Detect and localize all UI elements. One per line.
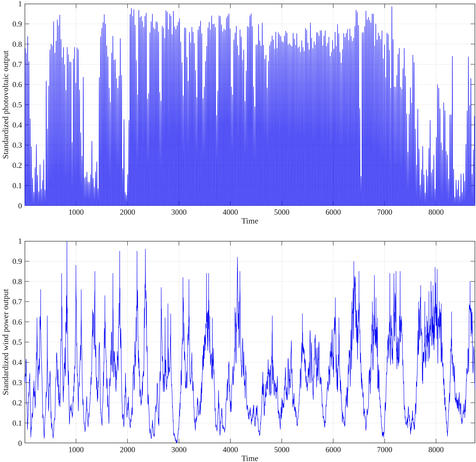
x-tick-label: 1000 — [68, 208, 84, 216]
y-tick-label: 0.8 — [0, 277, 22, 286]
y-tick-label: 0.9 — [0, 19, 22, 28]
y-tick-label: 0 — [0, 201, 22, 210]
x-tick-label: 5000 — [274, 445, 289, 454]
y-tick-label: 0.7 — [0, 297, 22, 306]
photovoltaic-series-line — [25, 7, 475, 206]
y-tick-label: 0.6 — [0, 317, 22, 326]
y-tick-label: 1 — [0, 0, 22, 8]
y-tick-label: 1 — [0, 237, 22, 246]
y-tick-label: 0.3 — [0, 378, 22, 387]
y-tick-label: 0.5 — [0, 100, 22, 109]
y-tick-label: 0.2 — [0, 161, 22, 170]
y-tick-label: 0.3 — [0, 141, 22, 150]
pv-plot-area — [25, 4, 475, 206]
y-tick-label: 0.5 — [0, 338, 22, 347]
x-tick-label: 6000 — [325, 445, 341, 454]
x-tick-label: 2000 — [120, 208, 135, 216]
x-tick-label: 1000 — [68, 445, 84, 454]
figure: Standardized photovoltaic output Time 10… — [0, 0, 476, 462]
x-tick-label: 3000 — [171, 208, 187, 216]
x-tick-label: 3000 — [171, 445, 187, 454]
y-tick-label: 0.6 — [0, 80, 22, 89]
wind-x-axis-label: Time — [241, 453, 258, 462]
y-tick-label: 0.4 — [0, 358, 22, 367]
y-tick-label: 0 — [0, 439, 22, 448]
x-tick-label: 8000 — [428, 208, 444, 216]
y-tick-label: 0.4 — [0, 120, 22, 129]
pv-x-axis-label: Time — [241, 216, 258, 225]
y-tick-label: 0.9 — [0, 257, 22, 266]
wind-plot-area — [25, 241, 475, 443]
x-tick-label: 7000 — [377, 445, 392, 454]
x-tick-label: 4000 — [223, 208, 238, 216]
y-tick-label: 0.1 — [0, 419, 22, 427]
y-tick-label: 0.7 — [0, 60, 22, 68]
x-tick-label: 4000 — [223, 445, 238, 454]
x-tick-label: 5000 — [274, 208, 289, 216]
x-tick-label: 2000 — [120, 445, 135, 454]
y-tick-label: 0.2 — [0, 398, 22, 407]
y-tick-label: 0.1 — [0, 181, 22, 190]
y-tick-label: 0.8 — [0, 40, 22, 49]
x-tick-label: 6000 — [325, 208, 341, 216]
x-tick-label: 7000 — [377, 208, 392, 216]
x-tick-label: 8000 — [428, 445, 444, 454]
